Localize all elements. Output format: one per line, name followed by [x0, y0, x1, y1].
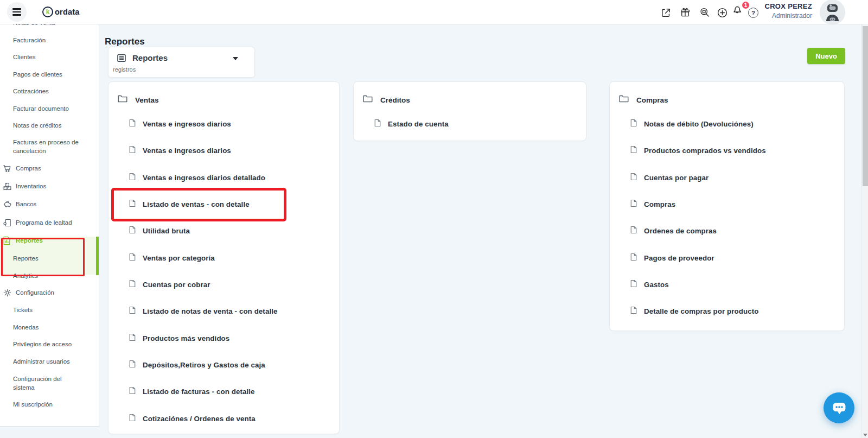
chevron-down-icon [233, 57, 238, 60]
sidebar-item-facturas-en-proceso[interactable]: Facturas en proceso de cancelación [0, 138, 99, 155]
document-icon [630, 199, 637, 210]
page-title: Reportes [105, 36, 145, 47]
document-icon [374, 119, 381, 129]
dropdown-caption: registros [113, 66, 136, 73]
report-item-detalle-compras-producto[interactable]: Detalle de compras por producto [630, 305, 758, 317]
report-item-cotizaciones-ordenes[interactable]: Cotizaciónes / Ordenes de venta [129, 412, 256, 424]
report-item-listado-facturas[interactable]: Listado de facturas - con detalle [129, 385, 255, 397]
avatar-robot-icon [820, 0, 845, 25]
sidebar-item-facturar-documento[interactable]: Facturar documento [0, 104, 99, 113]
report-item-utilidad-bruta[interactable]: Utilidad bruta [129, 225, 190, 237]
folder-creditos[interactable]: Créditos [363, 94, 410, 106]
user-info[interactable]: CROX PEREZ Administrador [764, 2, 812, 20]
loyalty-icon [3, 218, 12, 227]
report-item-depositos-retiros-gastos[interactable]: Depósitos,Retiros y Gastos de caja [129, 359, 265, 371]
document-icon [630, 253, 637, 263]
document-icon [129, 173, 136, 183]
folder-icon [363, 95, 373, 105]
report-item-listado-notas-venta[interactable]: Listado de notas de venta - con detalle [129, 305, 277, 317]
document-icon [129, 226, 136, 236]
sidebar-item-monedas[interactable]: Monedas [0, 323, 99, 332]
sidebar-item-bancos[interactable]: Bancos [0, 200, 99, 208]
hamburger-menu-button[interactable] [7, 2, 27, 22]
document-icon [129, 333, 136, 344]
report-group-ventas: Ventas Ventas e ingresos diarios Ventas … [108, 81, 340, 434]
chat-bubble-icon [830, 399, 848, 417]
report-item-cuentas-por-cobrar[interactable]: Cuentas por cobrar [129, 278, 210, 290]
sidebar-item-reportes[interactable]: Reportes [0, 236, 99, 245]
report-item-comprados-vs-vendidos[interactable]: Productos comprados vs vendidos [630, 144, 766, 156]
folder-ventas[interactable]: Ventas [118, 94, 159, 106]
report-item-ventas-por-categoria[interactable]: Ventas por categoría [129, 252, 215, 264]
report-item-ventas-ingresos-1[interactable]: Ventas e ingresos diarios [129, 118, 231, 130]
search-receipt-icon [699, 7, 710, 18]
add-new-button[interactable] [716, 7, 728, 18]
sidebar-item-inventarios[interactable]: Inventarios [0, 182, 99, 191]
new-button[interactable]: Nuevo [807, 48, 845, 64]
plus-circle-icon [717, 7, 728, 18]
sidebar-item-notas-de-creditos[interactable]: Notas de créditos [0, 121, 99, 130]
brand-logo[interactable]: k ordata [42, 0, 80, 24]
sidebar-item-configuracion[interactable]: Configuración [0, 288, 99, 297]
sidebar-item-programa-de-lealtad[interactable]: Programa de lealtad [0, 218, 99, 227]
report-item-gastos[interactable]: Gastos [630, 278, 669, 290]
sidebar-item-clientes[interactable]: Clientes [0, 53, 99, 61]
notification-count-badge: 1 [741, 1, 750, 10]
report-item-cuentas-por-pagar[interactable]: Cuentas por pagar [630, 172, 709, 183]
sidebar-item-reportes-sub[interactable]: Reportes [0, 254, 99, 263]
document-icon [630, 306, 637, 316]
report-item-ordenes-de-compras[interactable]: Ordenes de compras [630, 225, 717, 237]
sidebar-item-pagos-de-clientes[interactable]: Pagos de clientes [0, 70, 99, 79]
sidebar-item-compras[interactable]: Compras [0, 164, 99, 173]
report-icon [3, 236, 12, 245]
folder-icon [619, 95, 629, 105]
sidebar-item-tickets[interactable]: Tickets [0, 306, 99, 314]
sidebar-item-privilegios-de-acceso[interactable]: Privilegios de acceso [0, 340, 99, 348]
brand-logo-text: ordata [55, 8, 80, 16]
document-icon [129, 280, 136, 290]
document-icon [129, 386, 136, 397]
document-icon [129, 119, 136, 129]
search-documents-button[interactable] [699, 7, 711, 18]
report-item-compras[interactable]: Compras [630, 198, 675, 210]
report-item-notas-de-debito[interactable]: Notas de débito (Devoluciónes) [630, 118, 754, 130]
document-icon [129, 253, 136, 263]
rewards-button[interactable] [679, 7, 691, 18]
scrollbar-thumb[interactable] [863, 26, 868, 186]
document-icon [129, 360, 136, 370]
sidebar-item-configuracion-del-sistema[interactable]: Configuración del sistema [0, 374, 99, 392]
user-role: Administrador [764, 12, 812, 20]
document-icon [630, 119, 637, 129]
sidebar-item-cotizaciones[interactable]: Cotizaciónes [0, 87, 99, 96]
report-group-creditos: Créditos Estado de cuenta [353, 81, 586, 141]
folder-compras[interactable]: Compras [619, 94, 668, 106]
report-item-listado-ventas-detalle[interactable]: Listado de ventas - con detalle [129, 198, 250, 210]
report-item-pagos-de-proveedor[interactable]: Pagos de proveedor [630, 252, 714, 264]
page-scrollbar[interactable] [861, 24, 868, 438]
report-type-dropdown[interactable]: Reportes registros [108, 47, 255, 78]
document-icon [129, 145, 136, 156]
help-button[interactable]: ? [748, 8, 758, 18]
open-external-button[interactable] [660, 7, 672, 18]
report-item-ventas-ingresos-detallado[interactable]: Ventas e ingresos diarios detallado [129, 172, 265, 183]
dropdown-selected-value: Reportes [132, 53, 168, 62]
scrollbar-down-arrow-icon[interactable] [863, 434, 867, 436]
piggy-bank-icon [3, 199, 12, 209]
sidebar-item-facturacion[interactable]: Facturación [0, 36, 99, 45]
sidebar-item-administrar-usuarios[interactable]: Administrar usuarios [0, 357, 99, 366]
report-item-ventas-ingresos-2[interactable]: Ventas e ingresos diarios [129, 144, 231, 156]
sidebar-item-mi-suscripcion[interactable]: Mi suscripción [0, 400, 99, 409]
document-icon [129, 414, 136, 424]
question-mark-icon: ? [751, 10, 755, 16]
sidebar-nav: Notas de venta Facturación Clientes Pago… [0, 24, 99, 427]
report-item-estado-de-cuenta[interactable]: Estado de cuenta [374, 118, 449, 130]
sidebar-item-analytics[interactable]: Analytics [0, 271, 99, 280]
cart-icon [3, 163, 12, 173]
user-avatar[interactable] [820, 0, 845, 25]
document-icon [630, 173, 637, 183]
report-item-productos-mas-vendidos[interactable]: Productos más vendidos [129, 332, 229, 344]
chat-support-button[interactable] [824, 392, 854, 423]
hamburger-icon [12, 8, 21, 9]
report-group-compras: Compras Notas de débito (Devoluciónes) P… [609, 81, 845, 331]
document-icon [630, 145, 637, 156]
